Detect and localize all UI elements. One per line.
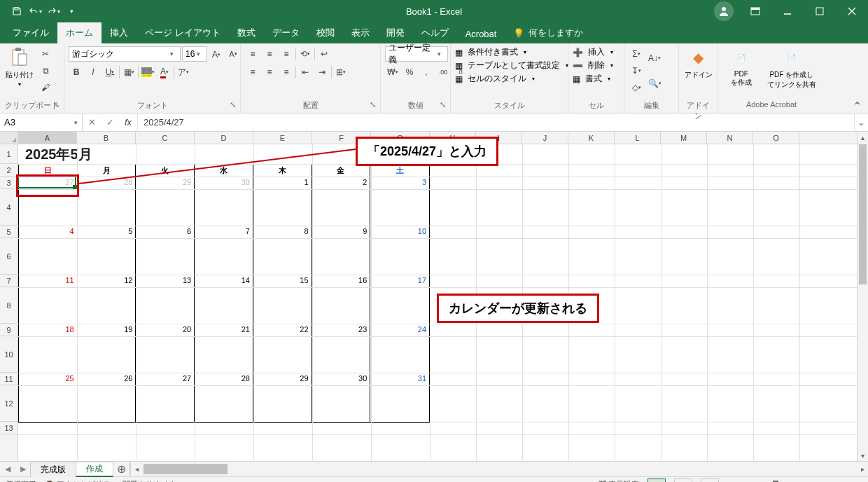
name-box[interactable]: A3▾ <box>0 113 83 131</box>
calendar-cell[interactable]: 14 <box>195 275 253 324</box>
vertical-scrollbar[interactable]: ▴ ▾ <box>857 132 868 461</box>
row-header-7[interactable]: 7 <box>0 275 18 287</box>
calendar-cell[interactable]: 27 <box>136 373 195 422</box>
calendar-cell[interactable]: 21 <box>195 324 253 373</box>
scroll-up-icon[interactable]: ▴ <box>858 132 868 143</box>
calendar-cell[interactable]: 30 <box>312 373 371 422</box>
font-size-dropdown[interactable]: 16▾ <box>182 46 207 62</box>
merge-cells-icon[interactable]: ⊞▾ <box>333 64 349 80</box>
fill-icon[interactable]: ↧▾ <box>629 63 644 78</box>
accounting-format-icon[interactable]: ₩▾ <box>385 64 400 80</box>
format-painter-icon[interactable]: 🖌 <box>38 80 53 95</box>
fill-color-icon[interactable]: ⬚▾ <box>140 64 155 80</box>
col-header-O[interactable]: O <box>753 132 799 144</box>
decrease-font-icon[interactable]: A▾ <box>225 46 241 62</box>
pdf-share-button[interactable]: 📄PDF を作成し てリンクを共有 <box>763 46 820 90</box>
row-header-2[interactable]: 2 <box>0 164 18 177</box>
copy-icon[interactable]: ⧉ <box>38 63 53 78</box>
calendar-cell[interactable]: 20 <box>136 324 195 373</box>
calendar-cell[interactable]: 17 <box>370 275 429 324</box>
calendar-cell[interactable]: 28 <box>195 373 253 422</box>
normal-view-icon[interactable]: ▦ <box>648 478 666 483</box>
orientation-icon[interactable]: ⟲▾ <box>298 46 313 62</box>
calendar-cell[interactable]: 11 <box>19 275 78 324</box>
col-header-D[interactable]: D <box>195 132 253 144</box>
tab-acrobat[interactable]: Acrobat <box>457 25 505 43</box>
tab-data[interactable]: データ <box>264 22 308 43</box>
calendar-cell[interactable]: 8 <box>253 226 312 275</box>
calendar-cell[interactable]: 28 <box>78 177 136 226</box>
wrap-text-icon[interactable]: ↩ <box>316 46 332 62</box>
calendar-cell[interactable]: 15 <box>253 275 312 324</box>
maximize-button[interactable] <box>804 0 836 22</box>
percent-icon[interactable]: % <box>402 64 417 80</box>
calendar-cell[interactable]: 7 <box>195 226 253 275</box>
increase-indent-icon[interactable]: ⇥ <box>314 64 330 80</box>
calendar-cell[interactable]: 1 <box>253 177 312 226</box>
tab-insert[interactable]: 挿入 <box>102 22 136 43</box>
col-header-K[interactable]: K <box>568 132 615 144</box>
format-cells-button[interactable]: ▦ 書式 ▾ <box>573 73 610 85</box>
italic-button[interactable]: I <box>85 64 101 80</box>
enter-formula-icon[interactable]: ✓ <box>101 117 119 128</box>
underline-button[interactable]: U▾ <box>102 64 118 80</box>
calendar-cell[interactable]: 29 <box>136 177 195 226</box>
align-bottom-icon[interactable]: ≡ <box>279 46 294 62</box>
cancel-formula-icon[interactable]: ✕ <box>83 117 101 128</box>
horizontal-scrollbar[interactable]: ◂ ▸ <box>130 462 868 476</box>
page-break-view-icon[interactable]: ⊞ <box>701 478 719 483</box>
align-middle-icon[interactable]: ≡ <box>262 46 277 62</box>
conditional-formatting-button[interactable]: ▦ 条件付き書式 ▾ <box>455 46 526 58</box>
paste-button[interactable]: 貼り付け ▾ <box>4 46 35 88</box>
calendar-cell[interactable]: 18 <box>19 324 78 373</box>
increase-decimal-icon[interactable]: .00 <box>435 64 451 80</box>
col-header-A[interactable]: A <box>18 132 77 144</box>
calendar-cell[interactable]: 2 <box>312 177 371 226</box>
format-as-table-button[interactable]: ▦ テーブルとして書式設定 ▾ <box>455 60 568 71</box>
addin-button[interactable]: ◆アドイン <box>683 46 713 80</box>
col-header-J[interactable]: J <box>522 132 568 144</box>
font-name-dropdown[interactable]: 游ゴシック▾ <box>69 46 181 62</box>
tab-help[interactable]: ヘルプ <box>413 22 457 43</box>
autosum-icon[interactable]: Σ▾ <box>629 46 644 62</box>
page-layout-view-icon[interactable]: ▤ <box>674 478 692 483</box>
comma-icon[interactable]: , <box>419 64 434 80</box>
calendar-cell[interactable]: 9 <box>312 226 371 275</box>
row-header-13[interactable]: 13 <box>0 422 18 434</box>
border-icon[interactable]: ▦▾ <box>121 64 136 80</box>
scroll-down-icon[interactable]: ▾ <box>858 450 868 461</box>
row-header-12[interactable]: 12 <box>0 385 18 422</box>
dialog-launcher-icon[interactable]: ⤡ <box>227 100 237 110</box>
tab-page-layout[interactable]: ページ レイアウト <box>136 22 229 43</box>
scroll-left-icon[interactable]: ◂ <box>131 462 142 476</box>
col-header-N[interactable]: N <box>707 132 753 144</box>
formula-input[interactable]: 2025/4/27 <box>138 113 854 131</box>
accessibility-status[interactable]: 🙍 アクセシビリティ: 問題ありません <box>45 479 176 482</box>
row-header-4[interactable]: 4 <box>0 189 18 226</box>
row-header-6[interactable]: 6 <box>0 238 18 275</box>
tab-home[interactable]: ホーム <box>57 22 102 43</box>
dialog-launcher-icon[interactable]: ⤡ <box>438 100 447 110</box>
calendar-cell[interactable]: 31 <box>370 373 429 422</box>
row-header-10[interactable]: 10 <box>0 336 18 373</box>
insert-cells-button[interactable]: ➕ 挿入 ▾ <box>573 46 613 58</box>
minimize-button[interactable] <box>771 0 804 22</box>
align-center-icon[interactable]: ≡ <box>262 64 277 80</box>
row-header-9[interactable]: 9 <box>0 324 18 336</box>
calendar-cell[interactable]: 24 <box>370 324 429 373</box>
align-top-icon[interactable]: ≡ <box>245 46 260 62</box>
calendar-cell[interactable]: 10 <box>370 226 429 275</box>
clear-icon[interactable]: ◇▾ <box>629 80 644 95</box>
cut-icon[interactable]: ✂ <box>38 46 53 62</box>
increase-font-icon[interactable]: A▴ <box>209 46 224 62</box>
calendar-cell[interactable]: 5 <box>78 226 136 275</box>
row-header-8[interactable]: 8 <box>0 287 18 324</box>
tell-me[interactable]: 💡 何をしますか <box>505 22 592 43</box>
qat-customize-icon[interactable]: ▾ <box>63 3 80 20</box>
vscroll-thumb[interactable] <box>859 144 867 284</box>
delete-cells-button[interactable]: ➖ 削除 ▾ <box>573 60 613 71</box>
phonetic-icon[interactable]: ア▾ <box>176 64 191 80</box>
find-select-icon[interactable]: 🔍▾ <box>647 71 662 95</box>
row-header-5[interactable]: 5 <box>0 226 18 238</box>
pdf-create-button[interactable]: 📄PDF を作成 <box>722 46 760 88</box>
